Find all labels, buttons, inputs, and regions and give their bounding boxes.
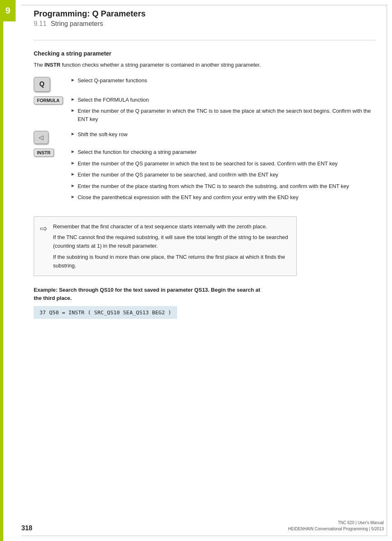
formula-key-icon: FORMULA [34, 96, 63, 104]
bullet-instr-2-text: Enter the number of the QS parameter in … [78, 160, 338, 168]
page-number: 318 [21, 525, 32, 532]
footer-right: TNC 620 | User's Manual HEIDENHAIN Conve… [288, 520, 384, 532]
step-instr-row: INSTR ► Select the function for checking… [34, 148, 376, 205]
step-q-row: Q ► Select Q-parameter functions [34, 77, 376, 92]
step-formula-icon-col: FORMULA [34, 96, 67, 104]
note-text: Remember that the first character of a t… [53, 223, 289, 270]
footer-line2: HEIDENHAIN Conversational Programming | … [288, 526, 384, 532]
page-border-right [387, 5, 387, 536]
shift-key-icon: ◁ [34, 131, 48, 144]
step-shift-icon-col: ◁ [34, 130, 67, 144]
page-border-top [5, 5, 387, 5]
bullet-formula-2-text: Enter the number of the Q parameter in w… [78, 107, 376, 123]
subsection-heading: Checking a string parameter [34, 50, 376, 57]
note-para-2: If the TNC cannot find the required subs… [53, 233, 289, 251]
intro-paragraph: The INSTR function checks whether a stri… [34, 61, 264, 69]
header-divider [34, 40, 376, 40]
arrow-icon: ► [71, 172, 75, 176]
arrow-icon: ► [71, 77, 75, 82]
section-number: 9.11 [34, 20, 46, 27]
arrow-icon: ► [71, 131, 75, 136]
steps-area: Q ► Select Q-parameter functions FORMULA… [34, 77, 376, 209]
bullet-shift-1-text: Shift the soft-key row [78, 130, 127, 139]
page-footer: 318 TNC 620 | User's Manual HEIDENHAIN C… [21, 520, 384, 532]
bullet-instr-3: ► Enter the number of the QS parameter t… [71, 171, 376, 179]
page-border-bottom [5, 536, 387, 536]
chapter-number-block: 9 [0, 0, 16, 21]
step-instr-icon-col: INSTR [34, 148, 67, 157]
note-para-1: Remember that the first character of a t… [53, 223, 289, 231]
note-para-3: If the substring is found in more than o… [53, 253, 289, 270]
q-key-icon: Q [34, 77, 50, 92]
bullet-instr-3-text: Enter the number of the QS parameter to … [78, 171, 278, 179]
step-formula-row: FORMULA ► Select the FORMULA function ► … [34, 96, 376, 127]
bullet-instr-5: ► Close the parenthetical expression wit… [71, 193, 376, 202]
instr-bold: INSTR [44, 62, 60, 68]
bullet-q-1: ► Select Q-parameter functions [71, 77, 376, 85]
bullet-formula-2: ► Enter the number of the Q parameter in… [71, 107, 376, 123]
bullet-formula-1: ► Select the FORMULA function [71, 96, 376, 104]
chapter-number: 9 [5, 5, 10, 16]
bullet-instr-5-text: Close the parenthetical expression with … [78, 193, 298, 202]
step-q-icon-col: Q [34, 77, 67, 92]
bullet-shift-1: ► Shift the soft-key row [71, 130, 376, 139]
bullet-instr-1-text: Select the function for checking a strin… [78, 148, 197, 156]
sidebar: 9 [0, 0, 21, 541]
arrow-icon: ► [71, 194, 75, 199]
chapter-title: Programming: Q Parameters [34, 9, 376, 19]
note-box: ⇨ Remember that the first character of a… [34, 216, 297, 276]
bullet-instr-1: ► Select the function for checking a str… [71, 148, 376, 156]
bullet-instr-4-text: Enter the number of the place starting f… [78, 182, 349, 190]
sidebar-green-bar [0, 21, 3, 541]
bullet-formula-1-text: Select the FORMULA function [78, 96, 149, 104]
code-block: 37 Q50 = INSTR ( SRC_QS10 SEA_QS13 BEG2 … [34, 306, 177, 319]
step-shift-text: ► Shift the soft-key row [67, 130, 376, 142]
step-instr-text: ► Select the function for checking a str… [67, 148, 376, 205]
step-formula-text: ► Select the FORMULA function ► Enter th… [67, 96, 376, 127]
arrow-icon: ► [71, 108, 75, 113]
bullet-instr-2: ► Enter the number of the QS parameter i… [71, 160, 376, 168]
step-shift-row: ◁ ► Shift the soft-key row [34, 130, 376, 144]
main-content: Programming: Q Parameters 9.11 String pa… [21, 0, 392, 335]
step-q-text: ► Select Q-parameter functions [67, 77, 376, 88]
bullet-q-1-text: Select Q-parameter functions [78, 77, 147, 85]
arrow-icon: ► [71, 160, 75, 165]
arrow-icon: ► [71, 97, 75, 102]
note-arrow-icon: ⇨ [40, 223, 47, 234]
bullet-instr-4: ► Enter the number of the place starting… [71, 182, 376, 190]
arrow-icon: ► [71, 183, 75, 188]
section-title: 9.11 String parameters [34, 20, 376, 28]
section-title-text: String parameters [51, 20, 103, 27]
example-heading: Example: Search through QS10 for the tex… [34, 286, 264, 302]
footer-line1: TNC 620 | User's Manual [288, 520, 384, 526]
arrow-icon: ► [71, 149, 75, 154]
instr-key-icon: INSTR [34, 149, 54, 157]
